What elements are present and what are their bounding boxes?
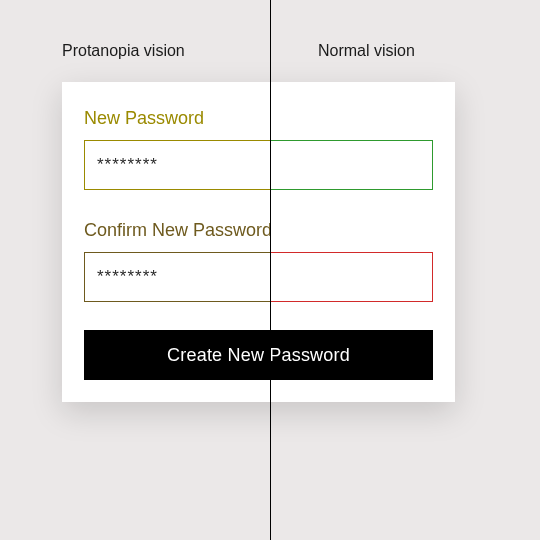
confirm-password-input-right (270, 252, 433, 302)
new-password-label-left: New Password (84, 106, 270, 130)
confirm-password-label: Confirm New Password Confirm New Passwor… (84, 218, 433, 242)
new-password-label-right: New Password (270, 106, 433, 130)
new-password-input-right (270, 140, 433, 190)
create-password-button[interactable]: Create New Password (84, 330, 433, 380)
password-form-card: New Password New Password ******** Confi… (62, 82, 455, 402)
vision-split-divider (270, 0, 271, 540)
new-password-value: ******** (97, 155, 158, 175)
confirm-password-value: ******** (97, 267, 158, 287)
header-protanopia: Protanopia vision (62, 42, 185, 60)
header-normal: Normal vision (318, 42, 415, 60)
confirm-password-label-left: Confirm New Password (84, 218, 270, 242)
new-password-label: New Password New Password (84, 106, 433, 130)
confirm-password-input[interactable]: ******** (84, 252, 433, 302)
new-password-group: New Password New Password ******** (84, 106, 433, 190)
confirm-password-input-left: ******** (84, 252, 270, 302)
new-password-input[interactable]: ******** (84, 140, 433, 190)
confirm-password-label-right: Confirm New Password (270, 218, 433, 242)
confirm-password-group: Confirm New Password Confirm New Passwor… (84, 218, 433, 302)
new-password-input-left: ******** (84, 140, 270, 190)
